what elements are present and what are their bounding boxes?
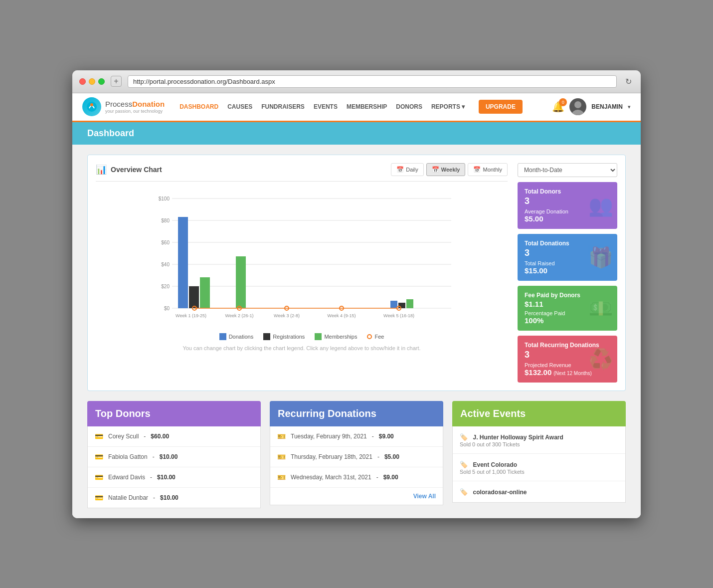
legend-fee-color (367, 334, 372, 339)
svg-point-3 (572, 110, 584, 115)
chart-legend: Donations Registrations Memberships (96, 333, 508, 340)
recurring-donations-title: Recurring Donations (278, 408, 376, 419)
list-item: 💳 Fabiola Gatton - $10.00 (88, 447, 260, 467)
calendar-icon: 📅 (396, 166, 404, 173)
legend-registrations-color (263, 333, 270, 340)
notification-bell[interactable]: 🔔 0 (552, 101, 564, 113)
recurring-icon: ♻️ (588, 347, 613, 371)
active-events-title: Active Events (460, 408, 526, 419)
legend-donations-label: Donations (229, 334, 254, 340)
main-content: 📊 Overview Chart 📅 Daily 📅 Weekly (72, 145, 641, 518)
event-detail-2: Sold 5 out of 1,000 Tickets (460, 469, 618, 475)
browser-titlebar: + http://portal.processdonation.org/Dash… (72, 70, 641, 93)
recurring-row-icon-1: 🎫 (277, 432, 286, 440)
user-avatar (569, 98, 586, 115)
legend-registrations[interactable]: Registrations (263, 333, 305, 340)
navbar: ProcessDonation your passion, our techno… (72, 93, 641, 122)
svg-text:Week 1 (19-25): Week 1 (19-25) (176, 313, 206, 318)
recurring-amount-1: $9.00 (379, 433, 394, 440)
logo: ProcessDonation your passion, our techno… (82, 97, 165, 116)
bar-w5-registrations (398, 303, 405, 308)
user-chevron-icon: ▾ (628, 104, 631, 110)
date-filter-select[interactable]: Month-to-Date Year-to-Date Last 30 Days … (518, 163, 617, 177)
list-item: 💳 Edward Davis - $10.00 (88, 467, 260, 488)
refresh-button[interactable]: ↻ (623, 76, 634, 87)
close-dot[interactable] (79, 78, 86, 85)
svg-text:$40: $40 (161, 262, 170, 267)
recurring-row-icon-2: 🎫 (277, 453, 286, 461)
nav-events[interactable]: EVENTS (314, 103, 338, 110)
url-text: http://portal.processdonation.org/Dashbo… (133, 78, 275, 85)
tab-monthly[interactable]: 📅 Monthly (468, 163, 508, 176)
legend-fee[interactable]: Fee (367, 333, 384, 340)
svg-point-1 (90, 103, 93, 106)
list-item: 💳 Natalie Dunbar - $10.00 (88, 488, 260, 508)
nav-causes[interactable]: CAUSES (227, 103, 252, 110)
chart-tabs: 📅 Daily 📅 Weekly 📅 Monthly (391, 163, 508, 176)
tab-daily[interactable]: 📅 Daily (391, 163, 423, 176)
donor-amount-1: $60.00 (151, 433, 169, 440)
browser-window: + http://portal.processdonation.org/Dash… (72, 70, 641, 518)
nav-fundraisers[interactable]: FUNDRAISERS (261, 103, 305, 110)
donor-icon-1: 💳 (95, 432, 103, 440)
chart-note: You can change chart by clicking the cha… (96, 345, 508, 351)
nav-donors[interactable]: DONORS (396, 103, 422, 110)
event-name-3: coloradosar-online (473, 489, 527, 496)
list-item: 🏷️ J. Hunter Holloway Spirit Award Sold … (453, 426, 625, 454)
legend-memberships-label: Memberships (324, 334, 357, 340)
app-container: ProcessDonation your passion, our techno… (72, 93, 641, 518)
projected-revenue-note: (Next 12 Months) (553, 371, 592, 376)
nav-dashboard[interactable]: DASHBOARD (179, 103, 218, 110)
bar-w2-memberships (236, 256, 246, 308)
event-name-1: J. Hunter Holloway Spirit Award (473, 434, 563, 441)
nav-right: 🔔 0 BENJAMIN ▾ (552, 98, 631, 115)
legend-memberships-color (315, 333, 322, 340)
tab-weekly[interactable]: 📅 Weekly (426, 163, 466, 176)
bar-chart: $100 $80 $60 $40 $20 $0 (96, 189, 508, 328)
stat-card-fee: 💵 Fee Paid by Donors $1.11 Percentage Pa… (518, 286, 617, 331)
top-donors-panel: Top Donors 💳 Corey Scull - $60.00 💳 Fabi… (87, 401, 261, 508)
recurring-date-1: Tuesday, February 9th, 2021 (291, 433, 367, 440)
bottom-panels: Top Donors 💳 Corey Scull - $60.00 💳 Fabi… (87, 401, 626, 508)
svg-text:Week 2 (26-1): Week 2 (26-1) (225, 313, 254, 318)
svg-text:Week 5 (16-18): Week 5 (16-18) (383, 313, 414, 318)
recurring-amount-2: $5.00 (384, 453, 399, 460)
nav-reports[interactable]: REPORTS ▾ (431, 103, 465, 110)
bar-w5-memberships (406, 299, 413, 308)
nav-links: DASHBOARD CAUSES FUNDRAISERS EVENTS MEMB… (179, 100, 552, 114)
legend-fee-label: Fee (374, 334, 384, 340)
legend-donations[interactable]: Donations (219, 333, 254, 340)
donor-name-1: Corey Scull (108, 433, 139, 440)
address-bar: http://portal.processdonation.org/Dashbo… (128, 75, 617, 88)
legend-memberships[interactable]: Memberships (315, 333, 357, 340)
donations-icon: 🎁 (588, 245, 613, 269)
active-events-panel: Active Events 🏷️ J. Hunter Holloway Spir… (452, 401, 626, 508)
svg-text:$0: $0 (164, 306, 170, 311)
active-events-body: 🏷️ J. Hunter Holloway Spirit Award Sold … (452, 426, 626, 503)
minimize-dot[interactable] (89, 78, 95, 85)
svg-text:$20: $20 (161, 284, 170, 289)
maximize-dot[interactable] (98, 78, 105, 85)
upgrade-button[interactable]: UPGRADE (479, 100, 523, 114)
donor-amount-4: $10.00 (160, 494, 178, 501)
nav-membership[interactable]: MEMBERSHIP (347, 103, 387, 110)
fee-icon: 💵 (588, 296, 613, 320)
user-name: BENJAMIN (591, 103, 623, 110)
list-item: 🏷️ Event Colorado Sold 5 out of 1,000 Ti… (453, 454, 625, 481)
top-donors-title: Top Donors (95, 408, 151, 419)
svg-text:$60: $60 (161, 240, 170, 245)
bar-chart-svg: $100 $80 $60 $40 $20 $0 (96, 189, 508, 328)
bar-w1-registrations (189, 286, 199, 308)
bar-w1-donations (178, 217, 188, 308)
view-all-link[interactable]: View All (270, 488, 443, 505)
donor-name-3: Edward Davis (108, 474, 145, 481)
calendar-icon-3: 📅 (473, 166, 481, 173)
logo-icon (82, 97, 101, 116)
recurring-date-2: Thursday, February 18th, 2021 (291, 453, 372, 460)
notification-badge: 0 (559, 98, 567, 106)
active-events-header: Active Events (452, 401, 626, 426)
event-detail-1: Sold 0 out of 300 Tickets (460, 441, 618, 447)
event-icon-1: 🏷️ (460, 433, 468, 441)
legend-donations-color (219, 333, 226, 340)
new-tab-button[interactable]: + (111, 76, 122, 87)
